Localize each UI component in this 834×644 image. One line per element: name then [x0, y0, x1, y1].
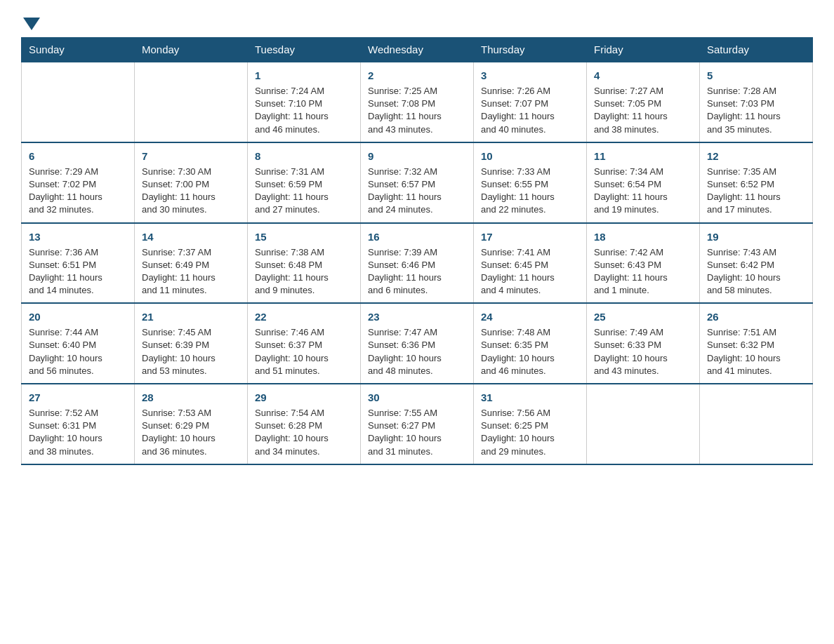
calendar-cell: 5Sunrise: 7:28 AMSunset: 7:03 PMDaylight… [700, 62, 813, 142]
day-info: Daylight: 10 hours [29, 432, 127, 445]
day-number: 6 [29, 149, 127, 163]
day-info: Sunrise: 7:43 AM [707, 246, 805, 259]
day-info: Sunset: 6:54 PM [594, 178, 692, 191]
day-info: and 29 minutes. [481, 445, 579, 458]
calendar-cell: 27Sunrise: 7:52 AMSunset: 6:31 PMDayligh… [22, 384, 135, 464]
calendar-cell: 29Sunrise: 7:54 AMSunset: 6:28 PMDayligh… [248, 384, 361, 464]
day-number: 16 [368, 229, 466, 244]
calendar-week-row: 27Sunrise: 7:52 AMSunset: 6:31 PMDayligh… [22, 384, 813, 464]
day-info: Daylight: 10 hours [707, 271, 805, 284]
day-number: 4 [594, 68, 692, 83]
day-info: Sunrise: 7:26 AM [481, 85, 579, 98]
day-info: Sunset: 7:10 PM [255, 98, 353, 110]
day-info: and 38 minutes. [29, 445, 127, 458]
day-info: Daylight: 11 hours [255, 191, 353, 203]
day-info: Daylight: 11 hours [481, 191, 579, 203]
calendar-cell: 24Sunrise: 7:48 AMSunset: 6:35 PMDayligh… [474, 303, 587, 384]
weekday-header-monday: Monday [135, 38, 248, 62]
day-info: Daylight: 10 hours [142, 432, 240, 445]
day-info: and 43 minutes. [368, 123, 466, 136]
calendar-cell: 3Sunrise: 7:26 AMSunset: 7:07 PMDaylight… [474, 62, 587, 142]
calendar-cell: 30Sunrise: 7:55 AMSunset: 6:27 PMDayligh… [361, 384, 474, 464]
day-info: Sunset: 6:43 PM [594, 259, 692, 271]
day-info: and 43 minutes. [594, 365, 692, 377]
day-info: and 9 minutes. [255, 284, 353, 297]
day-info: Daylight: 11 hours [481, 271, 579, 284]
day-info: and 40 minutes. [481, 123, 579, 136]
day-info: Sunrise: 7:37 AM [142, 246, 240, 259]
calendar-table: SundayMondayTuesdayWednesdayThursdayFrid… [21, 37, 813, 465]
day-info: Sunset: 6:40 PM [29, 339, 127, 351]
day-number: 1 [255, 68, 353, 83]
day-info: Daylight: 11 hours [29, 271, 127, 284]
day-number: 13 [29, 229, 127, 244]
day-info: Sunrise: 7:54 AM [255, 407, 353, 420]
day-info: and 58 minutes. [707, 284, 805, 297]
day-info: Sunrise: 7:42 AM [594, 246, 692, 259]
day-info: Sunrise: 7:35 AM [707, 166, 805, 178]
calendar-cell: 31Sunrise: 7:56 AMSunset: 6:25 PMDayligh… [474, 384, 587, 464]
day-info: Daylight: 11 hours [368, 271, 466, 284]
calendar-cell: 21Sunrise: 7:45 AMSunset: 6:39 PMDayligh… [135, 303, 248, 384]
day-info: Sunset: 6:37 PM [255, 339, 353, 351]
day-info: Sunset: 6:31 PM [29, 420, 127, 432]
weekday-header-row: SundayMondayTuesdayWednesdayThursdayFrid… [22, 38, 813, 62]
day-info: Sunrise: 7:36 AM [29, 246, 127, 259]
day-number: 3 [481, 68, 579, 83]
day-info: Sunrise: 7:38 AM [255, 246, 353, 259]
day-info: and 46 minutes. [255, 123, 353, 136]
day-number: 24 [481, 309, 579, 324]
calendar-cell: 6Sunrise: 7:29 AMSunset: 7:02 PMDaylight… [22, 142, 135, 223]
day-number: 7 [142, 149, 240, 163]
day-info: Sunrise: 7:25 AM [368, 85, 466, 98]
day-info: Sunset: 6:59 PM [255, 178, 353, 191]
day-info: and 53 minutes. [142, 365, 240, 377]
day-info: Daylight: 10 hours [368, 352, 466, 365]
calendar-cell [700, 384, 813, 464]
day-info: Sunrise: 7:49 AM [594, 326, 692, 339]
day-number: 15 [255, 229, 353, 244]
day-info: Daylight: 10 hours [255, 352, 353, 365]
day-number: 2 [368, 68, 466, 83]
day-info: Daylight: 11 hours [368, 110, 466, 123]
weekday-header-friday: Friday [587, 38, 700, 62]
day-info: and 56 minutes. [29, 365, 127, 377]
day-info: Sunset: 6:32 PM [707, 339, 805, 351]
day-number: 25 [594, 309, 692, 324]
calendar-cell: 18Sunrise: 7:42 AMSunset: 6:43 PMDayligh… [587, 223, 700, 304]
calendar-cell [587, 384, 700, 464]
day-info: Sunset: 6:55 PM [481, 178, 579, 191]
calendar-cell: 4Sunrise: 7:27 AMSunset: 7:05 PMDaylight… [587, 62, 700, 142]
day-info: Sunrise: 7:53 AM [142, 407, 240, 420]
day-info: Sunset: 6:51 PM [29, 259, 127, 271]
day-number: 14 [142, 229, 240, 244]
calendar-week-row: 13Sunrise: 7:36 AMSunset: 6:51 PMDayligh… [22, 223, 813, 304]
day-info: Sunrise: 7:44 AM [29, 326, 127, 339]
day-number: 12 [707, 149, 805, 163]
day-info: Daylight: 11 hours [255, 110, 353, 123]
day-info: and 4 minutes. [481, 284, 579, 297]
day-info: Sunset: 7:02 PM [29, 178, 127, 191]
day-number: 17 [481, 229, 579, 244]
day-info: Sunset: 7:07 PM [481, 98, 579, 110]
day-info: Sunrise: 7:56 AM [481, 407, 579, 420]
day-info: Sunrise: 7:46 AM [255, 326, 353, 339]
calendar-cell: 15Sunrise: 7:38 AMSunset: 6:48 PMDayligh… [248, 223, 361, 304]
calendar-week-row: 20Sunrise: 7:44 AMSunset: 6:40 PMDayligh… [22, 303, 813, 384]
day-info: Sunset: 6:57 PM [368, 178, 466, 191]
day-number: 27 [29, 390, 127, 405]
day-number: 8 [255, 149, 353, 163]
day-info: Sunrise: 7:32 AM [368, 166, 466, 178]
day-info: Sunrise: 7:45 AM [142, 326, 240, 339]
day-info: Sunset: 6:28 PM [255, 420, 353, 432]
day-info: Sunrise: 7:48 AM [481, 326, 579, 339]
day-info: and 6 minutes. [368, 284, 466, 297]
day-number: 26 [707, 309, 805, 324]
day-info: Sunset: 6:36 PM [368, 339, 466, 351]
day-info: Daylight: 11 hours [481, 110, 579, 123]
day-info: Daylight: 11 hours [594, 271, 692, 284]
day-info: and 14 minutes. [29, 284, 127, 297]
day-number: 20 [29, 309, 127, 324]
day-number: 19 [707, 229, 805, 244]
day-info: and 27 minutes. [255, 203, 353, 216]
